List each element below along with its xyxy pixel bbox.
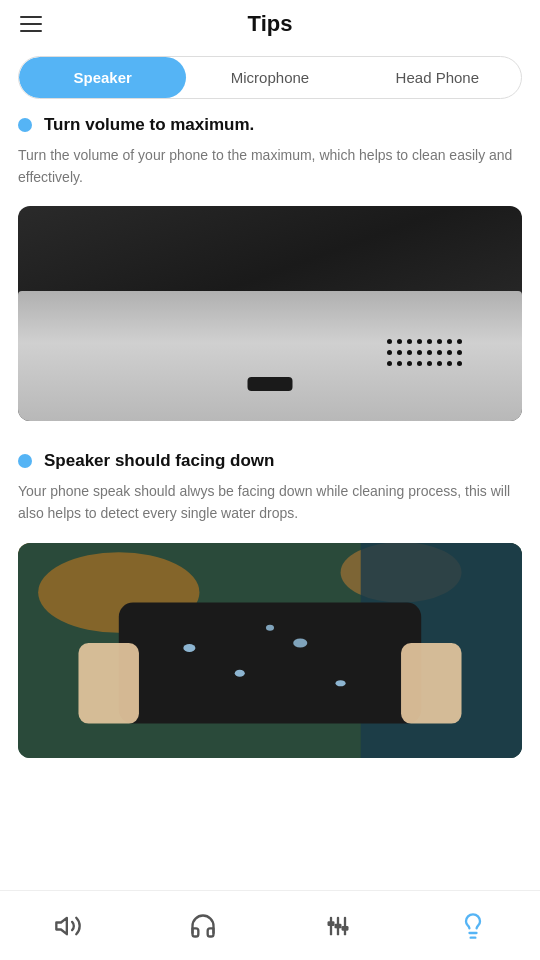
nav-headphone[interactable]	[169, 904, 237, 948]
svg-rect-10	[78, 643, 138, 724]
nav-speaker[interactable]	[34, 904, 102, 948]
speaker-icon	[54, 912, 82, 940]
nav-equalizer[interactable]	[304, 904, 372, 948]
svg-marker-12	[56, 917, 67, 933]
tip-1-title: Turn volume to maximum.	[44, 115, 254, 135]
content-area: Turn volume to maximum. Turn the volume …	[0, 115, 540, 758]
tab-headphone[interactable]: Head Phone	[354, 57, 521, 98]
nav-tips[interactable]	[439, 904, 507, 948]
tab-speaker[interactable]: Speaker	[19, 57, 186, 98]
tip-1-description: Turn the volume of your phone to the max…	[18, 145, 522, 188]
svg-rect-4	[119, 602, 421, 723]
tab-microphone[interactable]: Microphone	[186, 57, 353, 98]
svg-point-9	[266, 625, 274, 631]
menu-button[interactable]	[20, 16, 42, 32]
page-title: Tips	[248, 11, 293, 37]
tip-2-dot	[18, 454, 32, 468]
tip-1-header: Turn volume to maximum.	[18, 115, 522, 135]
tip-2-title: Speaker should facing down	[44, 451, 274, 471]
svg-point-5	[183, 644, 195, 652]
svg-rect-20	[334, 923, 341, 928]
speaker-grille	[387, 339, 462, 366]
tip-2-description: Your phone speak should alwys be facing …	[18, 481, 522, 524]
svg-rect-21	[341, 926, 348, 931]
headphone-icon	[189, 912, 217, 940]
equalizer-icon	[324, 912, 352, 940]
svg-point-7	[293, 638, 307, 647]
svg-point-8	[336, 680, 346, 686]
svg-rect-19	[327, 921, 334, 926]
tip-1-dot	[18, 118, 32, 132]
tip-2-image	[18, 543, 522, 758]
bottom-nav	[0, 890, 540, 960]
tips-lightbulb-icon	[459, 912, 487, 940]
svg-rect-11	[401, 643, 461, 724]
tip-1-image	[18, 206, 522, 421]
usb-port	[248, 377, 293, 391]
phone-held-visual	[18, 543, 522, 758]
header: Tips	[0, 0, 540, 48]
tab-bar: Speaker Microphone Head Phone	[18, 56, 522, 99]
svg-point-6	[235, 669, 245, 676]
tip-2-header: Speaker should facing down	[18, 451, 522, 471]
